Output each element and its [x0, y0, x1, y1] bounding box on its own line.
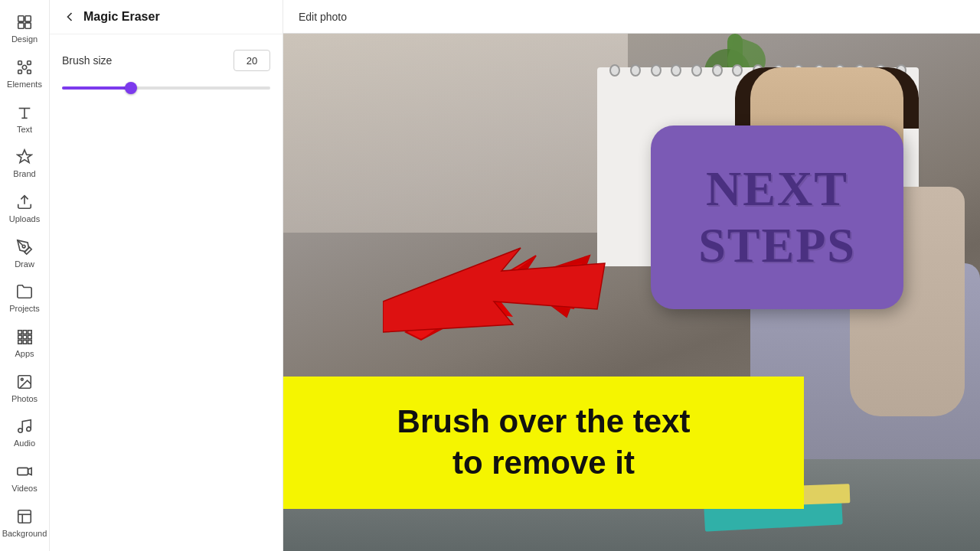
edit-photo-button[interactable]: Edit photo	[299, 11, 347, 23]
svg-rect-8	[28, 70, 31, 74]
sidebar-item-photos-label: Photos	[11, 394, 38, 403]
slider-fill	[62, 86, 129, 90]
sidebar-item-design[interactable]: Design	[0, 6, 50, 51]
canvas[interactable]: NEXT STEPS	[283, 34, 980, 551]
sidebar-item-brand[interactable]: Brand	[0, 141, 50, 186]
svg-rect-6	[28, 61, 31, 65]
svg-rect-5	[18, 61, 22, 65]
sidebar-item-projects[interactable]: Projects	[0, 276, 50, 321]
svg-rect-0	[18, 16, 24, 21]
pointing-arrow	[383, 202, 612, 358]
projects-icon	[15, 282, 34, 301]
back-button[interactable]	[62, 9, 77, 24]
videos-icon	[15, 462, 34, 481]
svg-rect-20	[18, 341, 22, 344]
panel-body: Brush size	[50, 34, 283, 111]
apps-icon	[15, 328, 34, 346]
sidebar-item-projects-label: Projects	[9, 304, 40, 313]
svg-rect-17	[18, 335, 22, 339]
sidebar-item-audio[interactable]: Audio	[0, 410, 50, 455]
panel: Magic Eraser Brush size	[50, 0, 283, 551]
svg-marker-34	[383, 248, 605, 332]
next-steps-card: NEXT STEPS	[651, 126, 903, 309]
panel-header: Magic Eraser	[50, 0, 283, 34]
svg-rect-18	[23, 335, 27, 339]
sidebar-item-background[interactable]: Background	[0, 500, 50, 545]
sidebar-item-background-label: Background	[2, 529, 47, 538]
sidebar-item-text-label: Text	[17, 125, 32, 134]
elements-icon	[15, 58, 34, 77]
sidebar-item-brand-label: Brand	[13, 169, 35, 178]
uploads-icon	[15, 193, 34, 211]
brush-size-input[interactable]	[234, 50, 270, 71]
sidebar-item-videos-label: Videos	[11, 484, 37, 493]
banner-line2: to remove it	[314, 442, 773, 484]
card-text-next: NEXT	[706, 161, 848, 217]
svg-rect-22	[28, 341, 32, 344]
design-icon	[15, 13, 34, 31]
sidebar-item-elements-label: Elements	[7, 80, 42, 89]
audio-icon	[15, 417, 34, 435]
sidebar-item-photos[interactable]: Photos	[0, 365, 50, 410]
background-icon	[15, 507, 34, 526]
sidebar-item-elements[interactable]: Elements	[0, 51, 50, 96]
draw-icon	[15, 238, 34, 256]
slider-track	[62, 86, 270, 90]
brush-size-row: Brush size	[62, 50, 270, 71]
svg-rect-7	[18, 70, 22, 74]
svg-point-25	[18, 429, 23, 433]
sidebar-item-videos[interactable]: Videos	[0, 455, 50, 500]
photos-icon	[15, 373, 34, 391]
banner-text: Brush over the text to remove it	[314, 401, 773, 484]
svg-rect-16	[28, 331, 32, 334]
sidebar-item-draw-label: Draw	[15, 259, 34, 269]
svg-rect-15	[23, 331, 27, 334]
svg-rect-27	[18, 468, 28, 474]
top-bar: Edit photo	[283, 0, 980, 34]
svg-rect-2	[18, 23, 24, 28]
sidebar-item-uploads[interactable]: Uploads	[0, 186, 50, 231]
brush-size-label: Brush size	[62, 54, 112, 67]
main-canvas-area: Edit photo	[283, 0, 980, 551]
brush-size-slider[interactable]	[62, 80, 270, 96]
text-icon	[15, 103, 34, 122]
sidebar-item-apps[interactable]: Apps	[0, 321, 50, 366]
svg-point-4	[22, 65, 27, 70]
sidebar: Design Elements Text	[0, 0, 50, 551]
svg-rect-14	[18, 331, 22, 334]
svg-rect-28	[18, 510, 31, 523]
sidebar-item-apps-label: Apps	[15, 349, 34, 358]
panel-title: Magic Eraser	[83, 10, 160, 24]
svg-point-24	[21, 378, 23, 380]
brand-icon	[15, 148, 34, 166]
sidebar-item-draw[interactable]: Draw	[0, 230, 50, 276]
sidebar-item-uploads-label: Uploads	[9, 214, 40, 223]
svg-rect-19	[28, 335, 32, 339]
sidebar-item-design-label: Design	[11, 34, 38, 44]
svg-point-26	[27, 427, 31, 432]
slider-thumb[interactable]	[125, 82, 137, 94]
banner-line1: Brush over the text	[314, 401, 773, 443]
yellow-instruction-banner: Brush over the text to remove it	[283, 377, 804, 509]
svg-rect-3	[25, 23, 31, 28]
svg-rect-1	[25, 16, 31, 21]
sidebar-item-audio-label: Audio	[14, 439, 35, 448]
card-text-steps: STEPS	[698, 217, 856, 274]
sidebar-item-text[interactable]: Text	[0, 96, 50, 141]
svg-rect-21	[23, 341, 27, 344]
svg-point-13	[22, 245, 25, 248]
